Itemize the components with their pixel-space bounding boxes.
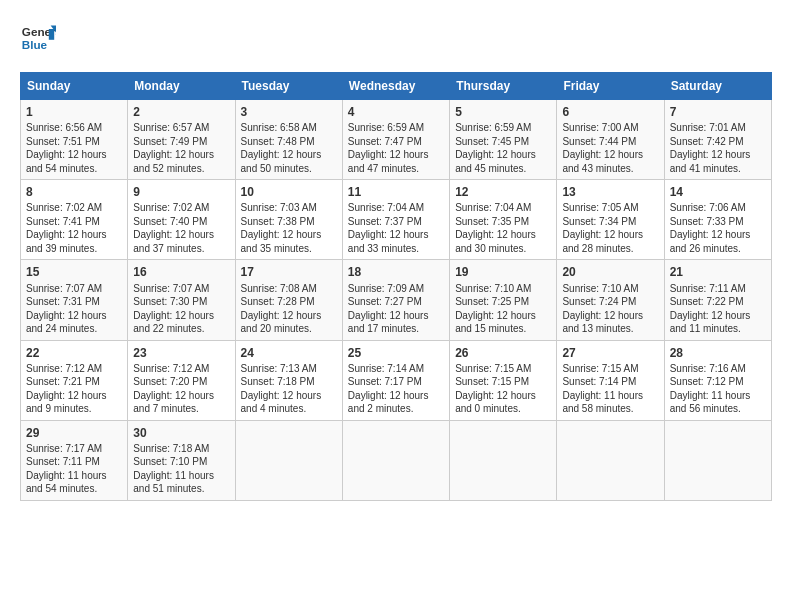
calendar-cell: 23Sunrise: 7:12 AMSunset: 7:20 PMDayligh…	[128, 340, 235, 420]
day-info: Sunrise: 7:16 AM	[670, 362, 766, 376]
calendar-cell: 12Sunrise: 7:04 AMSunset: 7:35 PMDayligh…	[450, 180, 557, 260]
calendar-table: SundayMondayTuesdayWednesdayThursdayFrid…	[20, 72, 772, 501]
calendar-week-row: 15Sunrise: 7:07 AMSunset: 7:31 PMDayligh…	[21, 260, 772, 340]
day-info: Sunrise: 7:13 AM	[241, 362, 337, 376]
day-info: Sunset: 7:14 PM	[562, 375, 658, 389]
day-info: Sunset: 7:48 PM	[241, 135, 337, 149]
day-info: Sunset: 7:20 PM	[133, 375, 229, 389]
day-info: Daylight: 11 hours and 58 minutes.	[562, 389, 658, 416]
calendar-cell: 28Sunrise: 7:16 AMSunset: 7:12 PMDayligh…	[664, 340, 771, 420]
day-info: Sunrise: 7:15 AM	[562, 362, 658, 376]
calendar-week-row: 1Sunrise: 6:56 AMSunset: 7:51 PMDaylight…	[21, 100, 772, 180]
day-info: Sunset: 7:10 PM	[133, 455, 229, 469]
day-info: Daylight: 12 hours and 26 minutes.	[670, 228, 766, 255]
day-info: Daylight: 12 hours and 45 minutes.	[455, 148, 551, 175]
day-info: Daylight: 12 hours and 47 minutes.	[348, 148, 444, 175]
day-info: Sunset: 7:42 PM	[670, 135, 766, 149]
day-info: Sunrise: 7:10 AM	[455, 282, 551, 296]
calendar-cell: 9Sunrise: 7:02 AMSunset: 7:40 PMDaylight…	[128, 180, 235, 260]
day-info: Sunset: 7:28 PM	[241, 295, 337, 309]
calendar-cell	[342, 420, 449, 500]
day-info: Daylight: 12 hours and 22 minutes.	[133, 309, 229, 336]
calendar-cell	[235, 420, 342, 500]
day-number: 30	[133, 425, 229, 441]
day-info: Sunrise: 7:18 AM	[133, 442, 229, 456]
calendar-header: SundayMondayTuesdayWednesdayThursdayFrid…	[21, 73, 772, 100]
calendar-cell: 20Sunrise: 7:10 AMSunset: 7:24 PMDayligh…	[557, 260, 664, 340]
day-info: Sunrise: 7:12 AM	[133, 362, 229, 376]
day-info: Daylight: 11 hours and 56 minutes.	[670, 389, 766, 416]
day-info: Daylight: 12 hours and 52 minutes.	[133, 148, 229, 175]
day-info: Sunset: 7:40 PM	[133, 215, 229, 229]
svg-text:Blue: Blue	[22, 38, 48, 51]
day-number: 18	[348, 264, 444, 280]
day-number: 19	[455, 264, 551, 280]
day-info: Sunset: 7:22 PM	[670, 295, 766, 309]
day-info: Sunrise: 7:00 AM	[562, 121, 658, 135]
weekday-header: Wednesday	[342, 73, 449, 100]
day-info: Sunrise: 7:01 AM	[670, 121, 766, 135]
day-info: Sunset: 7:24 PM	[562, 295, 658, 309]
weekday-header: Sunday	[21, 73, 128, 100]
calendar-cell: 30Sunrise: 7:18 AMSunset: 7:10 PMDayligh…	[128, 420, 235, 500]
calendar-cell: 2Sunrise: 6:57 AMSunset: 7:49 PMDaylight…	[128, 100, 235, 180]
day-info: Sunset: 7:37 PM	[348, 215, 444, 229]
day-info: Daylight: 12 hours and 37 minutes.	[133, 228, 229, 255]
day-info: Sunset: 7:49 PM	[133, 135, 229, 149]
day-number: 21	[670, 264, 766, 280]
calendar-cell: 16Sunrise: 7:07 AMSunset: 7:30 PMDayligh…	[128, 260, 235, 340]
day-info: Sunrise: 7:17 AM	[26, 442, 122, 456]
day-info: Daylight: 12 hours and 0 minutes.	[455, 389, 551, 416]
calendar-cell: 26Sunrise: 7:15 AMSunset: 7:15 PMDayligh…	[450, 340, 557, 420]
calendar-cell: 29Sunrise: 7:17 AMSunset: 7:11 PMDayligh…	[21, 420, 128, 500]
calendar-cell: 1Sunrise: 6:56 AMSunset: 7:51 PMDaylight…	[21, 100, 128, 180]
day-info: Sunrise: 6:59 AM	[348, 121, 444, 135]
calendar-cell: 22Sunrise: 7:12 AMSunset: 7:21 PMDayligh…	[21, 340, 128, 420]
calendar-cell: 21Sunrise: 7:11 AMSunset: 7:22 PMDayligh…	[664, 260, 771, 340]
day-info: Sunrise: 7:14 AM	[348, 362, 444, 376]
day-number: 28	[670, 345, 766, 361]
day-info: Daylight: 12 hours and 17 minutes.	[348, 309, 444, 336]
calendar-cell: 11Sunrise: 7:04 AMSunset: 7:37 PMDayligh…	[342, 180, 449, 260]
day-info: Sunrise: 7:08 AM	[241, 282, 337, 296]
day-info: Sunset: 7:25 PM	[455, 295, 551, 309]
svg-marker-2	[49, 29, 54, 40]
day-number: 24	[241, 345, 337, 361]
calendar-week-row: 29Sunrise: 7:17 AMSunset: 7:11 PMDayligh…	[21, 420, 772, 500]
day-info: Daylight: 12 hours and 50 minutes.	[241, 148, 337, 175]
day-info: Daylight: 12 hours and 43 minutes.	[562, 148, 658, 175]
day-info: Sunset: 7:30 PM	[133, 295, 229, 309]
calendar-cell: 7Sunrise: 7:01 AMSunset: 7:42 PMDaylight…	[664, 100, 771, 180]
day-info: Sunset: 7:11 PM	[26, 455, 122, 469]
calendar-cell: 3Sunrise: 6:58 AMSunset: 7:48 PMDaylight…	[235, 100, 342, 180]
day-info: Sunset: 7:41 PM	[26, 215, 122, 229]
day-number: 1	[26, 104, 122, 120]
calendar-cell	[557, 420, 664, 500]
day-info: Daylight: 12 hours and 13 minutes.	[562, 309, 658, 336]
day-info: Sunrise: 7:02 AM	[133, 201, 229, 215]
day-number: 9	[133, 184, 229, 200]
day-info: Sunset: 7:34 PM	[562, 215, 658, 229]
day-info: Daylight: 12 hours and 15 minutes.	[455, 309, 551, 336]
day-number: 4	[348, 104, 444, 120]
day-number: 6	[562, 104, 658, 120]
day-info: Sunset: 7:51 PM	[26, 135, 122, 149]
day-info: Sunrise: 7:04 AM	[348, 201, 444, 215]
calendar-cell: 5Sunrise: 6:59 AMSunset: 7:45 PMDaylight…	[450, 100, 557, 180]
day-number: 2	[133, 104, 229, 120]
day-info: Daylight: 12 hours and 39 minutes.	[26, 228, 122, 255]
calendar-cell: 14Sunrise: 7:06 AMSunset: 7:33 PMDayligh…	[664, 180, 771, 260]
day-info: Sunrise: 7:06 AM	[670, 201, 766, 215]
day-number: 10	[241, 184, 337, 200]
day-info: Sunset: 7:31 PM	[26, 295, 122, 309]
day-info: Sunset: 7:47 PM	[348, 135, 444, 149]
day-number: 29	[26, 425, 122, 441]
day-info: Sunset: 7:12 PM	[670, 375, 766, 389]
day-info: Sunrise: 6:56 AM	[26, 121, 122, 135]
calendar-cell	[450, 420, 557, 500]
day-number: 17	[241, 264, 337, 280]
day-info: Sunrise: 7:09 AM	[348, 282, 444, 296]
day-info: Sunrise: 7:12 AM	[26, 362, 122, 376]
day-info: Sunrise: 7:05 AM	[562, 201, 658, 215]
day-info: Sunset: 7:21 PM	[26, 375, 122, 389]
